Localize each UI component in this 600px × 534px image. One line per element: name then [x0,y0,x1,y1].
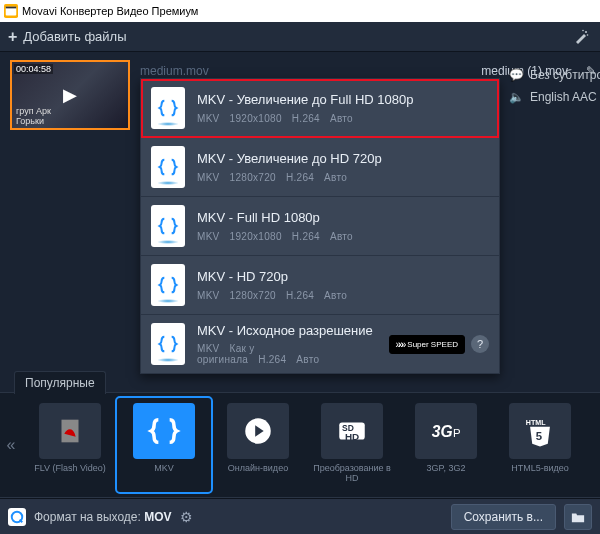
video-thumbnail[interactable]: 00:04:58 ▶ груп Арк Горьки [10,60,130,130]
preset-title: MKV - Увеличение до Full HD 1080p [197,92,489,108]
footer: Формат на выходе: MOV ⚙ Сохранить в... [0,498,600,534]
svg-text:P: P [453,427,461,439]
format-tile[interactable]: HTML5HTML5-видео [494,399,586,491]
file-type-icon [151,87,185,129]
svg-text:5: 5 [536,430,542,442]
format-icon: SDHD [321,403,383,459]
app-icon [4,4,18,18]
file-type-icon [151,146,185,188]
format-tab-popular[interactable]: Популярные [14,371,106,394]
format-label: MKV [154,463,174,473]
subtitles-row[interactable]: 💬 Без субтитро [505,64,600,86]
file-type-icon [151,323,185,365]
scroll-left-button[interactable]: « [0,393,22,497]
preset-meta: MKV1280x720H.264Авто [197,172,489,183]
svg-point-4 [582,29,584,31]
format-tile[interactable]: Онлайн-видео [212,399,304,491]
duration-badge: 00:04:58 [14,64,53,74]
play-icon: ▶ [63,84,77,106]
format-tile[interactable]: 3GP3GP, 3G2 [400,399,492,491]
toolbar: + Добавить файлы [0,22,600,52]
preset-title: MKV - Full HD 1080p [197,210,489,226]
preset-title: MKV - HD 720p [197,269,489,285]
settings-button[interactable]: ⚙ [180,509,193,525]
magic-wand-button[interactable] [570,26,592,48]
format-tiles: FLV (Flash Video)MKVОнлайн-видеоSDHDПрео… [22,393,600,497]
speaker-icon: 🔈 [509,90,524,104]
svg-rect-2 [6,7,17,9]
format-strip: Популярные « FLV (Flash Video)MKVОнлайн-… [0,392,600,498]
subtitle-icon: 💬 [509,68,524,82]
svg-text:HTML: HTML [526,419,546,427]
content-area: 00:04:58 ▶ груп Арк Горьки medium.mov me… [0,52,600,392]
format-label: Онлайн-видео [228,463,288,473]
preset-item[interactable]: MKV - Исходное разрешениеMKVКак у оригин… [141,315,499,373]
quicktime-icon [8,508,26,526]
format-icon [39,403,101,459]
preset-title: MKV - Исходное разрешение [197,323,377,339]
preset-meta: MKVКак у оригиналаH.264Авто [197,343,377,365]
preset-item[interactable]: MKV - Увеличение до Full HD 1080pMKV1920… [141,79,499,138]
format-icon: HTML5 [509,403,571,459]
format-tile[interactable]: SDHDПреобразование в HD [306,399,398,491]
audio-value: English AAC 1 [530,90,600,104]
superspeed-badge[interactable]: »»»Super SPEED [389,335,465,354]
format-label: Преобразование в HD [306,463,398,483]
preset-meta: MKV1280x720H.264Авто [197,290,489,301]
format-icon [227,403,289,459]
format-label: FLV (Flash Video) [34,463,106,473]
svg-point-3 [585,31,587,33]
add-files-label: Добавить файлы [23,29,126,44]
svg-point-5 [587,34,589,36]
app-title: Movavi Конвертер Видео Премиум [22,5,198,17]
help-button[interactable]: ? [471,335,489,353]
preset-item[interactable]: MKV - Full HD 1080pMKV1920x1080H.264Авто [141,197,499,256]
format-tile[interactable]: MKV [118,399,210,491]
format-label: 3GP, 3G2 [427,463,466,473]
audio-row[interactable]: 🔈 English AAC 1 [505,86,600,108]
svg-text:HD: HD [345,431,359,442]
add-files-button[interactable]: + Добавить файлы [8,28,127,46]
preset-item[interactable]: MKV - Увеличение до HD 720pMKV1280x720H.… [141,138,499,197]
output-format-label: Формат на выходе: MOV [34,510,172,524]
preset-meta: MKV1920x1080H.264Авто [197,113,489,124]
format-tile[interactable]: FLV (Flash Video) [24,399,116,491]
preset-meta: MKV1920x1080H.264Авто [197,231,489,242]
svg-text:3G: 3G [432,423,453,440]
file-type-icon [151,205,185,247]
format-icon [133,403,195,459]
browse-folder-button[interactable] [564,504,592,530]
format-label: HTML5-видео [511,463,569,473]
subtitles-value: Без субтитро [530,68,600,82]
preset-title: MKV - Увеличение до HD 720p [197,151,489,167]
plus-icon: + [8,28,17,46]
thumbnail-caption: груп Арк Горьки [16,106,51,126]
preset-item[interactable]: MKV - HD 720pMKV1280x720H.264Авто [141,256,499,315]
file-type-icon [151,264,185,306]
source-filename: medium.mov [140,64,209,78]
file-properties: 💬 Без субтитро 🔈 English AAC 1 [505,60,600,108]
preset-popup: MKV - Увеличение до Full HD 1080pMKV1920… [140,78,500,374]
titlebar: Movavi Конвертер Видео Премиум [0,0,600,22]
format-icon: 3GP [415,403,477,459]
save-to-button[interactable]: Сохранить в... [451,504,556,530]
